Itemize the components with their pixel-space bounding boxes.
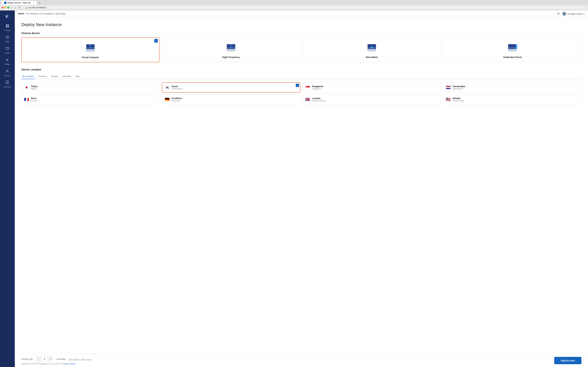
sidebar-item-account[interactable]: Account xyxy=(1,67,14,78)
news-label: NEWS: xyxy=(18,13,25,15)
singapore-country: Singapore xyxy=(312,88,323,90)
price-unit: /mo xyxy=(76,358,80,361)
footer-bar: Servers Qty: − 1 + Summary: $10.00/mo ($… xyxy=(15,354,588,367)
maximize-button[interactable] xyxy=(7,7,9,8)
news-text: The Importance of Accessibility in Techn… xyxy=(26,13,65,15)
server-card-dedicated-cloud[interactable]: Dedicated Cloud xyxy=(443,37,582,62)
paris-info: Paris France xyxy=(31,97,37,102)
mail-icon[interactable]: ✉ xyxy=(557,12,560,16)
products-icon xyxy=(5,24,9,29)
price-amount: $10.00 xyxy=(69,358,76,361)
tab-close[interactable]: ✕ xyxy=(33,2,34,4)
cloud-compute-label: Cloud Compute xyxy=(82,56,99,59)
flag-japan: 🇯🇵 xyxy=(24,85,29,90)
qty-section: Servers Qty: − 1 + xyxy=(21,356,53,362)
tokyo-country: Japan xyxy=(31,88,38,90)
tab-asia[interactable]: Asia xyxy=(75,74,80,79)
location-card-seoul[interactable]: 🇰🇷 Seoul South Korea xyxy=(162,83,301,92)
new-tab-button[interactable]: + xyxy=(37,1,42,5)
svg-rect-14 xyxy=(6,81,8,84)
svg-text:$: $ xyxy=(7,36,8,38)
svg-rect-42 xyxy=(371,47,373,48)
seoul-info: Seoul South Korea xyxy=(172,85,183,90)
svg-rect-24 xyxy=(90,47,91,48)
seoul-city: Seoul xyxy=(172,85,183,88)
tab-europe[interactable]: Europe xyxy=(50,74,59,79)
location-card-atlanta[interactable]: 🇺🇸 Atlanta United States xyxy=(443,94,582,104)
summary-section: Summary: $10.00/mo ($0.015/hr) xyxy=(57,356,92,362)
bare-metal-label: Bare Metal xyxy=(366,56,378,58)
sidebar-item-products[interactable]: Products xyxy=(1,22,14,33)
amsterdam-country: Netherlands xyxy=(453,88,465,90)
flag-singapore: 🇸🇬 xyxy=(305,85,310,90)
paris-city: Paris xyxy=(31,97,37,100)
user-name: Seungho Jeong xyxy=(567,13,582,15)
singapore-info: Singapore Singapore xyxy=(312,85,323,90)
location-grid: 🇯🇵 Tokyo Japan 🇰🇷 Seoul South Korea xyxy=(21,83,581,104)
chevron-down-icon: ▼ xyxy=(583,13,585,15)
svg-rect-36 xyxy=(227,44,235,45)
sidebar-label-products: Products xyxy=(4,30,10,31)
tab-all-locations[interactable]: All Locations xyxy=(21,74,35,79)
billing-icon: $ xyxy=(5,35,9,40)
location-card-london[interactable]: 🇬🇧 London United Kingdom xyxy=(302,94,441,104)
server-card-cloud-compute[interactable]: $+ Cloud Compute xyxy=(21,37,159,62)
qty-decrease-button[interactable]: − xyxy=(36,357,41,361)
location-card-frankfurt[interactable]: 🇩🇪 Frankfurt Germany xyxy=(162,94,301,104)
back-button[interactable]: ‹ xyxy=(10,6,13,9)
update-settings-link[interactable]: Update Settings xyxy=(63,363,76,365)
reload-button[interactable]: ↻ xyxy=(18,6,21,9)
amsterdam-info: Amsterdam Netherlands xyxy=(453,85,465,90)
sidebar-item-support[interactable]: ? Support xyxy=(1,45,14,56)
account-icon xyxy=(5,69,9,74)
active-tab[interactable]: Deploy Servers - Vultr.com ✕ xyxy=(2,1,37,5)
singapore-city: Singapore xyxy=(312,85,323,88)
tokyo-info: Tokyo Japan xyxy=(31,85,38,90)
minimize-button[interactable] xyxy=(4,7,6,8)
atlanta-info: Atlanta United States xyxy=(453,97,465,102)
support-icon: ? xyxy=(5,47,9,51)
choose-server-title: Choose Server xyxy=(21,32,581,35)
high-frequency-icon xyxy=(225,41,238,54)
user-menu[interactable]: 👤 Seungho Jeong ▼ xyxy=(562,12,585,16)
server-card-bare-metal[interactable]: Bare Metal xyxy=(303,37,441,62)
url-bar[interactable]: 🔒 my.vultr.com/deploy/ xyxy=(23,6,586,9)
location-card-singapore[interactable]: 🇸🇬 Singapore Singapore xyxy=(302,83,441,92)
sidebar-item-billing[interactable]: $ Billing xyxy=(1,33,14,44)
deploy-now-button[interactable]: Deploy Now xyxy=(554,357,581,364)
tokyo-city: Tokyo xyxy=(31,85,38,88)
tab-america[interactable]: America xyxy=(38,74,47,79)
atlanta-city: Atlanta xyxy=(453,97,465,100)
qty-increase-button[interactable]: + xyxy=(48,357,53,361)
svg-rect-2 xyxy=(6,25,7,26)
bare-metal-icon xyxy=(365,41,378,54)
flag-korea: 🇰🇷 xyxy=(165,85,170,90)
location-card-tokyo[interactable]: 🇯🇵 Tokyo Japan xyxy=(21,83,160,92)
topbar-right: ✉ 👤 Seungho Jeong ▼ xyxy=(557,12,585,16)
high-frequency-label: High Frequency xyxy=(222,56,240,58)
flag-uk: 🇬🇧 xyxy=(305,97,310,102)
sidebar-item-affiliate[interactable]: Affiliate xyxy=(1,56,14,67)
qty-label: Servers Qty: xyxy=(21,358,33,360)
sidebar-logo[interactable]: V xyxy=(4,13,11,20)
location-tabs: All Locations America Europe Australia A… xyxy=(21,74,581,79)
svg-rect-3 xyxy=(8,25,9,26)
sidebar: V Products $ Billing xyxy=(0,10,15,367)
server-card-high-frequency[interactable]: High Frequency xyxy=(162,37,300,62)
choose-server-section: Choose Server xyxy=(21,32,581,62)
frankfurt-city: Frankfurt xyxy=(172,97,182,100)
svg-rect-45 xyxy=(368,44,376,45)
pencil-icon: ✏ xyxy=(61,363,62,365)
tab-australia[interactable]: Australia xyxy=(62,74,71,79)
sidebar-item-vultr-docs[interactable]: Vultr Docs xyxy=(1,79,14,90)
sidebar-label-billing: Billing xyxy=(5,41,10,43)
sidebar-label-account: Account xyxy=(4,75,10,76)
forward-button[interactable]: › xyxy=(14,6,17,9)
affiliate-icon xyxy=(5,58,9,63)
flag-netherlands: 🇳🇱 xyxy=(446,85,451,90)
location-card-amsterdam[interactable]: 🇳🇱 Amsterdam Netherlands xyxy=(443,83,582,92)
flag-us: 🇺🇸 xyxy=(446,97,451,102)
close-button[interactable] xyxy=(2,7,4,8)
location-card-paris[interactable]: 🇫🇷 Paris France xyxy=(21,94,160,104)
news-banner: NEWS: The Importance of Accessibility in… xyxy=(18,13,65,15)
